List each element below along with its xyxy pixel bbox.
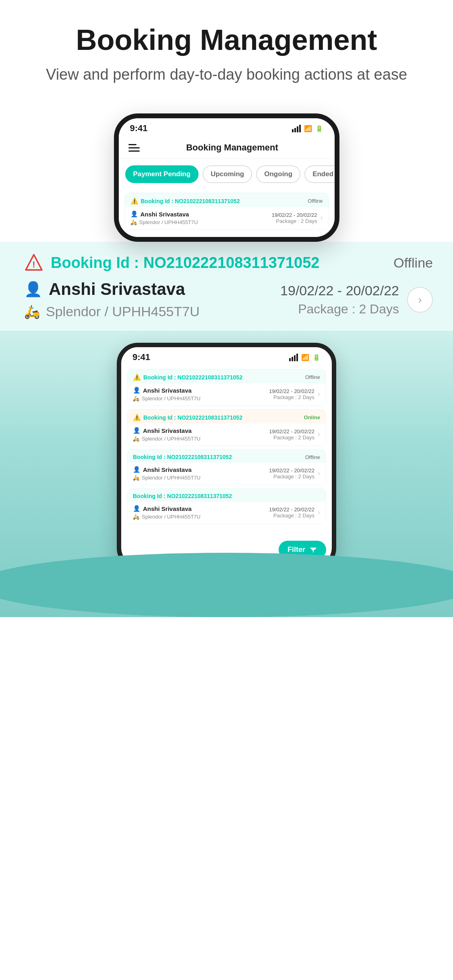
expanded-card-header: ! Booking Id : NO210222108311371052 Offl… (24, 253, 433, 272)
filter-label: Filter (288, 546, 305, 554)
lower-status-bar: 9:41 📶 🔋 (121, 347, 332, 366)
clock: 9:41 (130, 123, 148, 134)
status-badge-1: Offline (308, 198, 323, 204)
package-text-1: Package : 2 Days (272, 218, 317, 224)
lower-customer-2: 👤 Anshi Srivastava (133, 427, 269, 434)
filter-icon (309, 546, 317, 554)
status-icons: 📶 🔋 (292, 125, 323, 132)
card-header-1: ⚠️ Booking Id : NO210222108311371052 Off… (125, 193, 329, 207)
lower-card-body-4: 👤 Anshi Srivastava 🛵 Splendor / UPHH455T… (127, 502, 326, 524)
expanded-left: 👤 Anshi Srivastava 🛵 Splendor / UPHH455T… (24, 280, 280, 319)
lower-card-body-3: 👤 Anshi Srivastava 🛵 Splendor / UPHH455T… (127, 463, 326, 485)
lower-person-4: 👤 (133, 505, 141, 512)
phone-frame-top: 9:41 📶 🔋 Booking Management (114, 113, 339, 242)
expanded-chevron[interactable]: › (407, 287, 433, 313)
signal-icon (292, 125, 301, 132)
lower-booking-id-2: ⚠️ Booking Id : NO210222108311371052 (133, 414, 242, 421)
phone-mockup-top: 9:41 📶 🔋 Booking Management (0, 113, 453, 242)
dates-info-1: 19/02/22 - 20/02/22 Package : 2 Days (272, 212, 317, 224)
dates-text-1: 19/02/22 - 20/02/22 (272, 212, 317, 218)
tabs-container: Payment Pending Upcoming Ongoing Ended (119, 159, 335, 189)
lower-status-2: Online (304, 414, 320, 420)
lower-chevron-4: › (318, 508, 320, 517)
lower-card-header-1: ⚠️ Booking Id : NO210222108311371052 Off… (127, 369, 326, 383)
lower-status-1: Offline (305, 374, 320, 380)
app-header-title: Booking Management (140, 142, 325, 153)
expanded-person-icon: 👤 (24, 281, 42, 298)
booking-card-1[interactable]: ⚠️ Booking Id : NO210222108311371052 Off… (124, 193, 329, 230)
warning-triangle-icon: ! (24, 253, 43, 272)
warning-icon-1: ⚠️ (130, 197, 139, 205)
lower-customer-3: 👤 Anshi Srivastava (133, 466, 269, 473)
lower-bike-1: 🛵 (133, 395, 139, 401)
page-header: Booking Management View and perform day-… (0, 0, 453, 97)
phone-frame-lower: 9:41 📶 🔋 ⚠️ Booking Id : NO2102221083113… (117, 343, 336, 569)
lower-warning-1: ⚠️ (133, 373, 141, 381)
lower-card-4[interactable]: Booking Id : NO210222108311371052 👤 Ansh… (127, 488, 326, 524)
expanded-status: Offline (393, 255, 433, 271)
wifi-icon: 📶 (304, 125, 312, 132)
customer-name-1: 👤 Anshi Srivastava (130, 210, 272, 218)
lower-vehicle-3: 🛵 Splendor / UPHH455T7U (133, 475, 269, 481)
lower-bike-2: 🛵 (133, 436, 139, 442)
lower-card-2[interactable]: ⚠️ Booking Id : NO210222108311371052 Onl… (127, 409, 326, 446)
lower-dates-2: 19/02/22 - 20/02/22 Package : 2 Days (269, 428, 314, 441)
page-title: Booking Management (32, 24, 421, 56)
lower-clock: 9:41 (132, 352, 150, 362)
lower-booking-id-3: Booking Id : NO210222108311371052 (133, 454, 232, 460)
lower-signal-icon (289, 354, 298, 361)
expanded-right: 19/02/22 - 20/02/22 Package : 2 Days (280, 283, 399, 317)
lower-card-body-2: 👤 Anshi Srivastava 🛵 Splendor / UPHH455T… (127, 424, 326, 446)
lower-person-1: 👤 (133, 387, 141, 394)
person-icon-1: 👤 (130, 210, 138, 218)
svg-text:!: ! (32, 259, 35, 270)
lower-chevron-3: › (318, 469, 320, 478)
lower-warning-2: ⚠️ (133, 414, 141, 421)
lower-card-3[interactable]: Booking Id : NO210222108311371052 Offlin… (127, 449, 326, 485)
expanded-card-section: ! Booking Id : NO210222108311371052 Offl… (0, 242, 453, 331)
tab-payment-pending[interactable]: Payment Pending (125, 165, 199, 183)
lower-chevron-1: › (318, 390, 320, 398)
page-subtitle: View and perform day-to-day booking acti… (32, 64, 421, 85)
lower-booking-id-1: ⚠️ Booking Id : NO210222108311371052 (133, 373, 242, 381)
expanded-dates: 19/02/22 - 20/02/22 (280, 283, 399, 299)
lower-booking-id-4: Booking Id : NO210222108311371052 (133, 493, 232, 499)
lower-dates-1: 19/02/22 - 20/02/22 Package : 2 Days (269, 388, 314, 400)
lower-card-header-2: ⚠️ Booking Id : NO210222108311371052 Onl… (127, 410, 326, 424)
lower-teal-section: 9:41 📶 🔋 ⚠️ Booking Id : NO2102221083113… (0, 331, 453, 617)
bike-icon-1: 🛵 (130, 219, 137, 225)
lower-chevron-2: › (318, 430, 320, 439)
lower-info-2: 👤 Anshi Srivastava 🛵 Splendor / UPHH455T… (133, 427, 269, 442)
lower-info-3: 👤 Anshi Srivastava 🛵 Splendor / UPHH455T… (133, 466, 269, 481)
card-info-1: 👤 Anshi Srivastava 🛵 Splendor / UPHH455T… (130, 210, 272, 225)
app-header: Booking Management (119, 137, 335, 159)
lower-status-3: Offline (305, 454, 320, 460)
booking-id-1: ⚠️ Booking Id : NO210222108311371052 (130, 197, 240, 205)
lower-battery-icon: 🔋 (312, 354, 321, 361)
tab-upcoming[interactable]: Upcoming (203, 165, 252, 183)
lower-dates-3: 19/02/22 - 20/02/22 Package : 2 Days (269, 467, 314, 480)
status-bar: 9:41 📶 🔋 (119, 118, 335, 137)
expanded-bike-icon: 🛵 (24, 304, 40, 319)
battery-icon: 🔋 (315, 125, 323, 132)
lower-bike-4: 🛵 (133, 514, 139, 520)
chevron-right-1: › (321, 214, 323, 222)
card-body-1: 👤 Anshi Srivastava 🛵 Splendor / UPHH455T… (125, 207, 329, 229)
expanded-customer: 👤 Anshi Srivastava (24, 280, 280, 299)
menu-icon[interactable] (128, 144, 140, 152)
lower-person-2: 👤 (133, 427, 141, 434)
lower-person-3: 👤 (133, 466, 141, 473)
lower-customer-1: 👤 Anshi Srivastava (133, 387, 269, 394)
lower-bike-3: 🛵 (133, 475, 139, 481)
lower-card-1[interactable]: ⚠️ Booking Id : NO210222108311371052 Off… (127, 369, 326, 406)
lower-info-1: 👤 Anshi Srivastava 🛵 Splendor / UPHH455T… (133, 387, 269, 401)
lower-card-header-3: Booking Id : NO210222108311371052 Offlin… (127, 450, 326, 463)
lower-card-body-1: 👤 Anshi Srivastava 🛵 Splendor / UPHH455T… (127, 383, 326, 406)
tab-ended[interactable]: Ended (304, 165, 334, 183)
tab-ongoing[interactable]: Ongoing (256, 165, 300, 183)
expanded-vehicle: 🛵 Splendor / UPHH455T7U (24, 304, 280, 319)
vehicle-info-1: 🛵 Splendor / UPHH455T7U (130, 219, 272, 225)
lower-dates-4: 19/02/22 - 20/02/22 Package : 2 Days (269, 506, 314, 519)
lower-info-4: 👤 Anshi Srivastava 🛵 Splendor / UPHH455T… (133, 505, 269, 520)
expanded-package: Package : 2 Days (280, 302, 399, 317)
